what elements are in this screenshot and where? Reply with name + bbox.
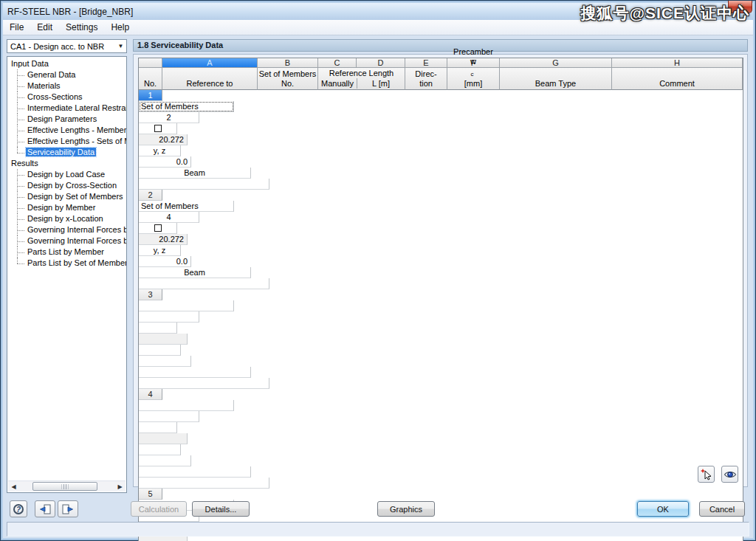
menu-item-file[interactable]: File <box>3 21 30 34</box>
row-number[interactable]: 3 <box>139 289 162 300</box>
menu-items: FileEditSettingsHelp <box>3 21 136 34</box>
cell-direction[interactable]: y, z <box>139 245 181 256</box>
cell-manually[interactable] <box>139 323 177 334</box>
cell-direction[interactable] <box>139 444 181 455</box>
cell-direction[interactable] <box>139 345 181 356</box>
eye-icon <box>724 468 737 481</box>
cell-reference-to[interactable]: Set of Members <box>139 201 234 212</box>
sidebar-item-governing-internal-forces-by-m[interactable]: Governing Internal Forces by M <box>15 224 126 235</box>
scrollbar-thumb[interactable] <box>32 482 97 491</box>
table-header-row: No. Reference to Set of Members No. Refe… <box>139 68 743 90</box>
sidebar-item-intermediate-lateral-restraints[interactable]: Intermediate Lateral Restraints <box>15 103 126 114</box>
sidebar-item-materials[interactable]: Materials <box>15 80 126 92</box>
cell-comment[interactable] <box>139 179 269 190</box>
dialog-button-bar: ? Calculation Details... Graphics OK Can… <box>3 500 753 519</box>
cell-reference-length: 20.272 <box>139 234 188 245</box>
sidebar-item-design-by-cross-section[interactable]: Design by Cross-Section <box>15 180 126 191</box>
cell-precamber[interactable] <box>139 455 191 466</box>
header-beam-type: Beam Type <box>500 68 612 90</box>
sidebar-item-design-by-member[interactable]: Design by Member <box>15 202 126 213</box>
column-header-c[interactable]: C <box>318 58 357 68</box>
sidebar-item-design-parameters[interactable]: Design Parameters <box>15 114 126 125</box>
menu-item-help[interactable]: Help <box>104 21 136 34</box>
cell-beam-type[interactable] <box>139 466 251 478</box>
cell-comment[interactable] <box>139 278 269 289</box>
column-header-g[interactable]: G <box>500 58 612 68</box>
chevron-down-icon[interactable]: ▼ <box>115 43 126 49</box>
cell-precamber[interactable]: 0.0 <box>139 156 191 168</box>
cell-manually[interactable] <box>139 422 177 433</box>
sidebar-item-general-data[interactable]: General Data <box>15 69 126 80</box>
sidebar-item-effective-lengths-sets-of-mer[interactable]: Effective Lengths - Sets of Mer <box>15 136 126 147</box>
cell-reference-to[interactable] <box>139 300 234 311</box>
column-header-b[interactable]: B <box>258 58 318 68</box>
ok-button[interactable]: OK <box>637 501 689 517</box>
cell-beam-type[interactable]: Beam <box>139 267 251 278</box>
tree-section-input-data[interactable]: Input Data <box>10 58 126 69</box>
next-table-button[interactable] <box>58 500 78 517</box>
menu-item-settings[interactable]: Settings <box>59 21 104 34</box>
column-header-h[interactable]: H <box>612 58 743 68</box>
scroll-left-arrow-icon[interactable]: ◀ <box>8 481 19 492</box>
calculation-button[interactable]: Calculation <box>131 501 187 517</box>
cell-manually[interactable] <box>139 123 177 134</box>
tree-horizontal-scrollbar[interactable]: ◀ ▶ <box>8 480 126 492</box>
sidebar-item-design-by-load-case[interactable]: Design by Load Case <box>15 169 126 180</box>
cell-precamber[interactable]: 0.0 <box>139 256 191 267</box>
previous-table-button[interactable] <box>35 500 55 517</box>
cell-precamber[interactable] <box>139 356 191 367</box>
view-graphic-button[interactable] <box>721 466 738 483</box>
column-corner-cell[interactable] <box>139 58 162 68</box>
window-title: RF-STEEL NBR - [Bridge_NBR] <box>3 7 133 17</box>
details-button[interactable]: Details... <box>192 501 250 517</box>
menu-item-edit[interactable]: Edit <box>30 21 59 34</box>
graphics-button[interactable]: Graphics <box>377 501 435 517</box>
cell-comment[interactable] <box>139 478 269 489</box>
header-comment: Comment <box>612 68 743 90</box>
design-case-select[interactable]: CA1 - Design acc. to NBR ▼ <box>7 39 127 53</box>
header-manually: Manually <box>318 78 357 89</box>
cell-reference-length: 20.272 <box>139 134 188 145</box>
row-number[interactable]: 1 <box>139 90 162 101</box>
manually-checkbox[interactable] <box>154 125 162 132</box>
column-header-a[interactable]: A <box>162 58 258 68</box>
header-set-of-members: Set of Members No. <box>258 68 318 90</box>
manually-checkbox[interactable] <box>154 224 162 232</box>
cell-set-of-members-no[interactable] <box>139 411 199 422</box>
cell-set-of-members-no[interactable]: 4 <box>139 212 199 223</box>
cell-set-of-members-no[interactable] <box>139 311 199 323</box>
header-reference-to: Reference to <box>162 68 258 90</box>
cell-reference-to[interactable]: Set of Members <box>139 101 234 112</box>
sidebar-item-parts-list-by-set-of-members[interactable]: Parts List by Set of Members <box>15 258 126 269</box>
sidebar-item-effective-lengths-members[interactable]: Effective Lengths - Members <box>15 125 126 136</box>
table-row: 2Set of Members420.272y, z0.0Beam <box>139 190 743 289</box>
sidebar-item-design-by-set-of-members[interactable]: Design by Set of Members <box>15 191 126 202</box>
cell-reference-to[interactable] <box>139 400 234 411</box>
row-number[interactable]: 4 <box>139 389 162 400</box>
scroll-right-arrow-icon[interactable]: ▶ <box>114 481 126 492</box>
sidebar-item-label: Governing Internal Forces by S <box>26 236 127 245</box>
title-bar[interactable]: RF-STEEL NBR - [Bridge_NBR] <box>3 3 753 20</box>
sidebar-item-design-by-x-location[interactable]: Design by x-Location <box>15 213 126 224</box>
row-number[interactable]: 2 <box>139 190 162 201</box>
cell-beam-type[interactable] <box>139 367 251 378</box>
cell-beam-type[interactable]: Beam <box>139 168 251 179</box>
sidebar-item-governing-internal-forces-by-s[interactable]: Governing Internal Forces by S <box>15 235 126 247</box>
row-number[interactable]: 5 <box>139 489 162 500</box>
cell-direction[interactable]: y, z <box>139 145 181 156</box>
sidebar-item-cross-sections[interactable]: Cross-Sections <box>15 92 126 103</box>
cancel-button[interactable]: Cancel <box>699 501 745 517</box>
column-header-d[interactable]: D <box>357 58 405 68</box>
tree-root: Input DataGeneral DataMaterialsCross-Sec… <box>7 57 126 269</box>
sidebar-item-parts-list-by-member[interactable]: Parts List by Member <box>15 247 126 258</box>
pick-members-button[interactable] <box>698 466 715 483</box>
sidebar-item-serviceability-data[interactable]: Serviceability Data <box>15 147 126 158</box>
cell-comment[interactable] <box>139 378 269 389</box>
help-button[interactable]: ? <box>10 500 27 517</box>
help-icon: ? <box>13 504 24 514</box>
close-button[interactable]: x <box>728 1 752 13</box>
column-header-e[interactable]: E <box>405 58 447 68</box>
cell-manually[interactable] <box>139 223 177 234</box>
tree-section-results[interactable]: Results <box>10 158 126 169</box>
cell-set-of-members-no[interactable]: 2 <box>139 112 199 123</box>
